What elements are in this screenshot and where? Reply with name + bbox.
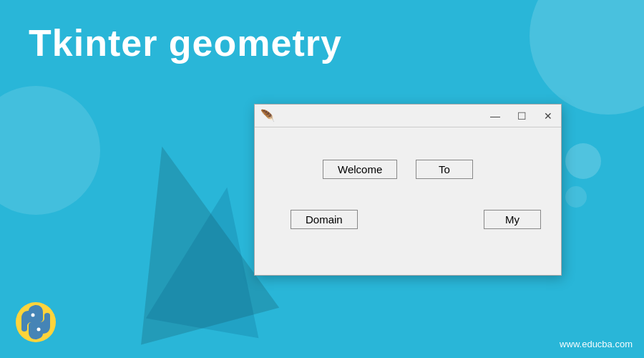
svg-point-2 xyxy=(37,328,41,332)
window-controls: — ☐ ✕ xyxy=(487,109,555,123)
window-app-icon: 🪶 xyxy=(260,109,275,122)
python-logo xyxy=(14,301,57,344)
page-title: Tkinter geometry xyxy=(29,21,342,64)
svg-point-1 xyxy=(31,314,35,317)
welcome-button[interactable]: Welcome xyxy=(323,160,397,179)
close-button[interactable]: ✕ xyxy=(541,109,555,123)
bg-circle-left xyxy=(0,86,100,215)
bg-dot-right xyxy=(565,143,601,179)
tkinter-window: 🪶 — ☐ ✕ Welcome To Domain My xyxy=(254,104,562,276)
window-titlebar: 🪶 — ☐ ✕ xyxy=(255,105,561,127)
maximize-button[interactable]: ☐ xyxy=(514,109,530,123)
minimize-button[interactable]: — xyxy=(487,109,503,123)
website-url: www.educba.com xyxy=(560,339,633,349)
bg-dot-right2 xyxy=(565,186,587,208)
domain-button[interactable]: Domain xyxy=(291,210,358,229)
my-button[interactable]: My xyxy=(484,210,541,229)
to-button[interactable]: To xyxy=(416,160,473,179)
bg-circle-top-right xyxy=(530,0,644,115)
window-content: Welcome To Domain My xyxy=(255,127,561,275)
